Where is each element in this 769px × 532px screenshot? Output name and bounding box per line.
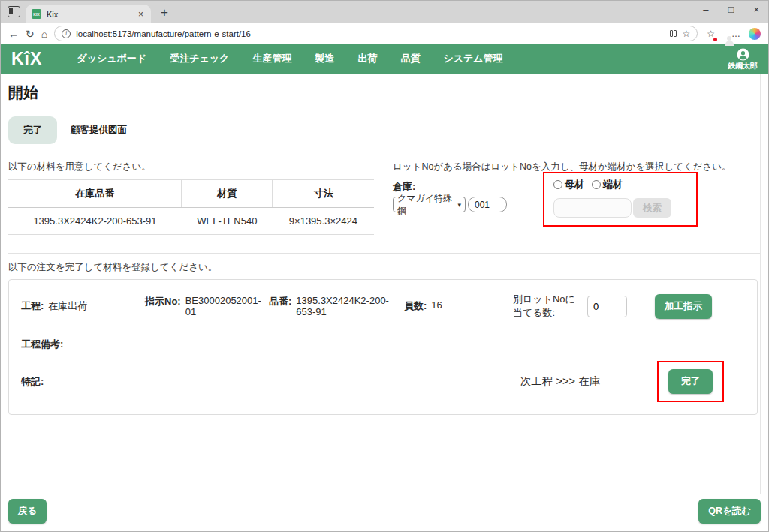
base-material-label: 母材 (565, 178, 584, 191)
browser-tab[interactable]: KIX Kix × (26, 5, 151, 23)
nav-item-dashboard[interactable]: ダッシュボード (77, 52, 146, 65)
warehouse-selected-option: クマガイ特殊鋼 (397, 192, 457, 218)
instruction-no-value: BE30002052001-01 (185, 295, 268, 317)
browser-titlebar: KIX Kix × + – □ × (1, 1, 768, 23)
nav-item-order-check[interactable]: 受注チェック (170, 52, 229, 65)
tab-bar: 完了 顧客提供図面 (8, 116, 761, 144)
annotation-box-complete: 完了 (657, 361, 724, 402)
materials-instruction: 以下の材料を用意してください。 (8, 161, 374, 173)
process-label: 工程: (21, 299, 44, 313)
part-no-value: 1395.3X2424K2-200-653-91 (296, 295, 397, 317)
scrollbar-gutter (760, 74, 761, 503)
cell-material: WEL-TEN540 (182, 208, 273, 235)
address-bar[interactable]: i localhost:5173/manufacture/pattern-e-s… (54, 26, 698, 41)
copilot-icon[interactable] (749, 28, 761, 40)
nav-item-production[interactable]: 生産管理 (252, 52, 291, 65)
user-avatar-icon (737, 48, 749, 61)
col-header-dimensions: 寸法 (273, 180, 374, 208)
quantity-label: 員数: (404, 299, 427, 313)
scrap-material-label: 端材 (603, 178, 623, 191)
back-button[interactable]: 戻る (8, 499, 47, 524)
favorite-star-icon[interactable]: ☆ (682, 29, 690, 39)
process-note-label: 工程備考: (21, 338, 745, 351)
page-footer: 戻る QRを読む (1, 494, 768, 531)
cell-dimensions: 9×1395.3×2424 (273, 208, 374, 235)
order-card: 工程: 在庫出荷 指示No: BE30002052001-01 品番: 1395… (8, 279, 758, 415)
new-tab-button[interactable]: + (161, 5, 168, 20)
nav-item-quality[interactable]: 品質 (400, 52, 420, 65)
search-button[interactable]: 検索 (633, 198, 671, 218)
nav-item-system[interactable]: システム管理 (443, 52, 502, 65)
table-row: 1395.3X2424K2-200-653-91 WEL-TEN540 9×13… (8, 208, 374, 235)
scrap-material-radio[interactable] (592, 180, 601, 189)
complete-button[interactable]: 完了 (668, 369, 713, 394)
base-material-radio[interactable] (553, 180, 562, 189)
order-instruction: 以下の注文を完了して材料を登録してください。 (8, 261, 761, 274)
instruction-no-label: 指示No: (145, 295, 181, 308)
radio-scrap-material[interactable]: 端材 (592, 178, 623, 191)
alt-lot-input[interactable] (587, 296, 627, 317)
browser-toolbar: ← ↻ ⌂ i localhost:5173/manufacture/patte… (1, 23, 768, 44)
minimize-button[interactable]: – (703, 4, 708, 15)
part-no-label: 品番: (269, 295, 291, 308)
nav-item-manufacture[interactable]: 製造 (315, 52, 334, 65)
radio-base-material[interactable]: 母材 (553, 178, 584, 191)
read-qr-button[interactable]: QRを読む (698, 499, 761, 524)
next-process-text: 次工程 >>> 在庫 (520, 374, 600, 389)
tab-actions-icon[interactable] (8, 6, 20, 17)
col-header-stock-no: 在庫品番 (8, 180, 182, 208)
more-menu-icon[interactable]: … (731, 29, 740, 39)
kix-favicon: KIX (32, 9, 41, 19)
page-title: 開始 (8, 83, 761, 103)
split-screen-icon[interactable] (670, 30, 677, 37)
home-icon[interactable]: ⌂ (41, 29, 47, 39)
site-info-icon[interactable]: i (62, 29, 71, 38)
browser-window: KIX Kix × + – □ × ← ↻ ⌂ i localhost:5173… (0, 0, 769, 532)
maximize-button[interactable]: □ (728, 4, 734, 15)
url-text[interactable]: localhost:5173/manufacture/pattern-e-sta… (76, 29, 665, 38)
nav-item-shipping[interactable]: 出荷 (357, 52, 377, 65)
page-content: 開始 完了 顧客提供図面 以下の材料を用意してください。 在庫品番 材質 寸法 (1, 74, 768, 531)
warehouse-code-input[interactable] (468, 197, 507, 212)
refresh-icon[interactable]: ↻ (26, 29, 35, 39)
lot-no-input[interactable] (553, 198, 632, 218)
materials-table: 在庫品番 材質 寸法 1395.3X2424K2-200-653-91 WEL-… (8, 179, 374, 235)
tab-title: Kix (47, 10, 137, 19)
user-menu[interactable]: 鉄鋼太郎 (728, 48, 758, 70)
tab-customer-drawing[interactable]: 顧客提供図面 (60, 116, 137, 144)
user-name: 鉄鋼太郎 (728, 62, 758, 70)
chevron-down-icon: ▾ (457, 201, 461, 209)
tab-close-icon[interactable]: × (137, 9, 145, 20)
app-navbar: KîX ダッシュボード 受注チェック 生産管理 製造 出荷 品質 システム管理 … (1, 44, 768, 74)
alt-lot-label: 別ロットNoに当てる数: (513, 293, 583, 319)
cell-stock-no: 1395.3X2424K2-200-653-91 (8, 208, 182, 235)
notification-dot (713, 38, 717, 41)
process-value: 在庫出荷 (48, 299, 87, 313)
quantity-value: 16 (431, 299, 442, 311)
kix-logo[interactable]: KîX (11, 49, 42, 69)
close-button[interactable]: × (753, 4, 759, 15)
warehouse-select[interactable]: クマガイ特殊鋼 ▾ (393, 197, 466, 212)
annotation-box-material-type: 母材 端材 検索 (543, 172, 698, 227)
process-instruction-button[interactable]: 加工指示 (655, 294, 712, 319)
col-header-material: 材質 (182, 180, 273, 208)
back-icon[interactable]: ← (8, 29, 19, 39)
tab-done[interactable]: 完了 (8, 116, 57, 144)
special-note-label: 特記: (21, 375, 44, 389)
